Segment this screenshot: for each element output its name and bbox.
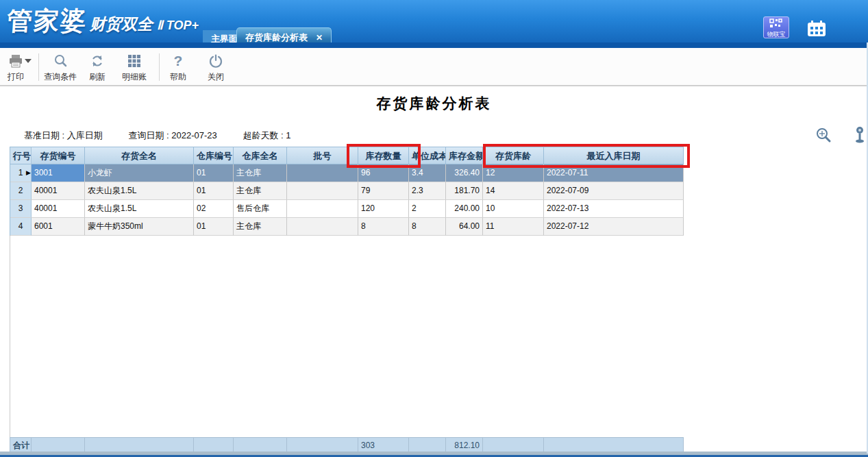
table-cell[interactable]: 181.70 bbox=[446, 182, 483, 200]
logo-edition-text: Ⅱ TOP+ bbox=[157, 18, 199, 33]
col-header-wh-name[interactable]: 仓库全名 bbox=[234, 147, 287, 164]
table-cell[interactable]: 4 bbox=[10, 218, 32, 236]
table-cell[interactable]: 3001 bbox=[32, 164, 85, 182]
table-cell[interactable]: 主仓库 bbox=[234, 164, 287, 182]
table-cell[interactable]: 01 bbox=[194, 182, 234, 200]
table-cell[interactable]: 2.3 bbox=[409, 182, 446, 200]
table-cell[interactable]: 02 bbox=[194, 200, 234, 218]
toolbar-separator bbox=[159, 53, 160, 81]
page-title: 存货库龄分析表 bbox=[0, 94, 868, 113]
query-conditions-button[interactable]: 查询条件 bbox=[42, 52, 78, 83]
table-cell[interactable]: 售后仓库 bbox=[234, 200, 287, 218]
total-label: 合计 bbox=[10, 437, 32, 453]
table-cell[interactable]: 8 bbox=[409, 218, 446, 236]
table-cell[interactable]: 主仓库 bbox=[234, 182, 287, 200]
refresh-label: 刷新 bbox=[85, 71, 110, 83]
top-banner: 管家婆财贸双全Ⅱ TOP+ 主界面 存货库龄分析表✕ 物联宝 bbox=[0, 0, 868, 42]
table-total-row: 合计 303 812.10 bbox=[10, 437, 683, 453]
refresh-button[interactable]: 刷新 bbox=[85, 52, 110, 83]
table-cell[interactable]: 1▶ bbox=[10, 164, 32, 182]
banner-bottom-strip bbox=[0, 42, 868, 48]
iot-button-label: 物联宝 bbox=[764, 31, 789, 38]
table-row[interactable]: 2 40001 农夫山泉1.5L 01 主仓库 79 2.3 181.70 14… bbox=[10, 182, 683, 200]
total-cell bbox=[194, 437, 234, 453]
detail-ledger-button[interactable]: 明细账 bbox=[118, 52, 151, 83]
table-cell[interactable]: 240.00 bbox=[446, 200, 483, 218]
table-cell[interactable]: 3 bbox=[10, 200, 32, 218]
table-cell[interactable]: 2 bbox=[409, 200, 446, 218]
table-cell[interactable]: 农夫山泉1.5L bbox=[85, 200, 194, 218]
table-cell[interactable]: 2022-07-13 bbox=[544, 200, 684, 218]
table-cell[interactable]: 120 bbox=[358, 200, 409, 218]
close-button[interactable]: 关闭 bbox=[203, 52, 228, 83]
detail-ledger-label: 明细账 bbox=[118, 71, 151, 83]
total-qty: 303 bbox=[358, 437, 409, 453]
table-cell[interactable]: 01 bbox=[194, 164, 234, 182]
table-cell[interactable] bbox=[287, 182, 358, 200]
search-icon bbox=[42, 52, 78, 70]
help-label: 帮助 bbox=[166, 71, 190, 83]
col-header-inv-no[interactable]: 存货编号 bbox=[32, 147, 85, 164]
table-cell[interactable]: 2022-07-12 bbox=[544, 218, 684, 236]
table-cell[interactable]: 11 bbox=[483, 218, 544, 236]
total-cell bbox=[483, 437, 544, 453]
table-cell[interactable]: 主仓库 bbox=[234, 218, 287, 236]
toolbar-separator bbox=[38, 53, 39, 81]
table-cell[interactable]: 6001 bbox=[32, 218, 85, 236]
print-button[interactable]: 打印 bbox=[4, 52, 27, 83]
logo-product-text: 财贸双全 bbox=[90, 14, 153, 35]
table-row[interactable]: 4 6001 蒙牛牛奶350ml 01 主仓库 8 8 64.00 11 202… bbox=[10, 218, 683, 236]
table-cell[interactable]: 64.00 bbox=[446, 218, 483, 236]
total-cell bbox=[32, 437, 85, 453]
power-icon bbox=[203, 52, 228, 70]
annotation-box-age-date-columns bbox=[483, 144, 690, 168]
table-cell[interactable]: 小龙虾 bbox=[85, 164, 194, 182]
table-cell[interactable]: 蒙牛牛奶350ml bbox=[85, 218, 194, 236]
app-logo: 管家婆财贸双全Ⅱ TOP+ bbox=[7, 4, 199, 38]
query-conditions-label: 查询条件 bbox=[42, 71, 78, 83]
iot-treasure-button[interactable]: 物联宝 bbox=[763, 16, 789, 38]
table-cell[interactable]: 01 bbox=[194, 218, 234, 236]
col-header-wh-no[interactable]: 仓库编号 bbox=[194, 147, 234, 164]
criteria-overage-days: 超龄天数 : 1 bbox=[243, 130, 290, 140]
refresh-icon bbox=[85, 52, 110, 70]
col-header-amount[interactable]: 库存金额 bbox=[446, 147, 483, 164]
table-cell[interactable]: 农夫山泉1.5L bbox=[85, 182, 194, 200]
print-label: 打印 bbox=[4, 71, 27, 83]
app-window: 管家婆财贸双全Ⅱ TOP+ 主界面 存货库龄分析表✕ 物联宝 bbox=[0, 0, 868, 457]
report-criteria: 基准日期 : 入库日期 查询日期 : 2022-07-23 超龄天数 : 1 bbox=[24, 129, 314, 142]
table-zoom-icon[interactable] bbox=[815, 127, 832, 147]
table-cell[interactable]: 8 bbox=[358, 218, 409, 236]
total-amount: 812.10 bbox=[446, 437, 483, 453]
table-cell[interactable]: 40001 bbox=[32, 182, 85, 200]
table-cell[interactable]: 79 bbox=[358, 182, 409, 200]
total-cell bbox=[85, 437, 194, 453]
logo-brand-text: 管家婆 bbox=[5, 4, 88, 38]
criteria-query-date: 查询日期 : 2022-07-23 bbox=[128, 130, 216, 140]
print-dropdown-caret[interactable] bbox=[25, 59, 32, 63]
grid-icon bbox=[118, 52, 151, 70]
table-cell[interactable] bbox=[287, 218, 358, 236]
table-cell[interactable]: 14 bbox=[483, 182, 544, 200]
qr-code-icon bbox=[769, 18, 783, 28]
total-cell bbox=[544, 437, 684, 453]
table-cell[interactable]: 2 bbox=[10, 182, 32, 200]
toolbar: 打印 查询条件 刷新 bbox=[0, 48, 868, 86]
table-left-guide-line bbox=[10, 236, 10, 437]
table-cell[interactable]: 2022-07-09 bbox=[544, 182, 684, 200]
help-button[interactable]: ? 帮助 bbox=[166, 52, 190, 83]
printer-icon bbox=[4, 52, 27, 70]
total-cell bbox=[409, 437, 446, 453]
table-cell[interactable]: 40001 bbox=[32, 200, 85, 218]
pushpin-icon[interactable] bbox=[854, 126, 865, 147]
col-header-row-no[interactable]: 行号 bbox=[10, 147, 32, 164]
table-cell[interactable] bbox=[287, 200, 358, 218]
table-row[interactable]: 3 40001 农夫山泉1.5L 02 售后仓库 120 2 240.00 10… bbox=[10, 200, 683, 218]
table-cell[interactable]: 326.40 bbox=[446, 164, 483, 182]
col-header-inv-name[interactable]: 存货全名 bbox=[85, 147, 194, 164]
total-cell bbox=[287, 437, 358, 453]
selected-row-marker: ▶ bbox=[26, 164, 31, 182]
table-cell[interactable]: 10 bbox=[483, 200, 544, 218]
calendar-icon[interactable] bbox=[806, 21, 827, 40]
help-icon: ? bbox=[166, 52, 190, 70]
